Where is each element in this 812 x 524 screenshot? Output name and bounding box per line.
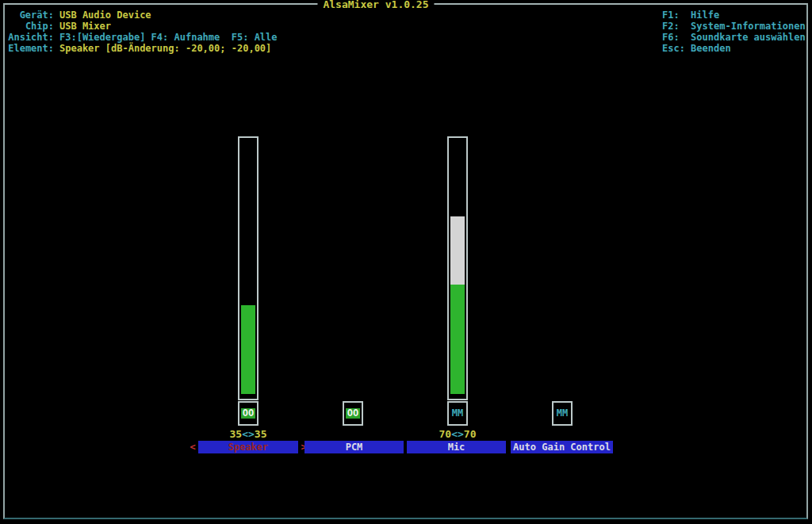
mic-mute-indicator[interactable]: MM <box>447 401 468 426</box>
control-label-speaker[interactable]: Speaker <box>198 441 298 453</box>
info-row: Chip:USB Mixer <box>8 21 278 32</box>
speaker-bar-green-segment <box>241 305 255 394</box>
mic-mute-status-text: MM <box>452 408 463 419</box>
alsamixer-terminal: AlsaMixer v1.0.25 Gerät:USB Audio Device… <box>0 0 812 524</box>
speaker-volume-value: 35<>35 <box>201 429 296 440</box>
info-label: Ansicht: <box>8 32 54 43</box>
device-info-panel: Gerät:USB Audio DeviceChip:USB MixerAnsi… <box>8 10 278 54</box>
agc-mute-indicator[interactable]: MM <box>552 401 573 426</box>
help-item-esc: Esc: Beenden <box>662 43 806 54</box>
pcm-mute-indicator[interactable]: OO <box>343 401 363 426</box>
info-value: USB Mixer <box>59 21 111 32</box>
info-row: Ansicht:F3:[Wiedergabe] F4: Aufnahme F5:… <box>8 32 278 43</box>
info-label: Chip: <box>8 21 54 32</box>
speaker-volume-bar[interactable] <box>238 136 259 400</box>
help-item-f1: F1: Hilfe <box>662 10 806 21</box>
info-value: F3:[Wiedergabe] F4: Aufnahme F5: Alle <box>59 32 278 43</box>
info-label: Gerät: <box>8 10 54 21</box>
speaker-mute-indicator[interactable]: OO <box>238 401 259 426</box>
mic-bar-white-segment <box>450 216 465 285</box>
info-value: Speaker [dB-Änderung: -20,00; -20,00] <box>59 43 271 54</box>
control-label-agc[interactable]: Auto Gain Control <box>511 441 613 453</box>
help-item-f2: F2: System-Informationen <box>662 21 806 32</box>
info-row: Element:Speaker [dB-Änderung: -20,00; -2… <box>8 43 278 54</box>
info-label: Element: <box>8 43 54 54</box>
info-value: USB Audio Device <box>59 10 151 21</box>
mic-bar-green-segment <box>450 285 465 394</box>
agc-mute-status-text: MM <box>557 408 568 419</box>
help-menu: F1: HilfeF2: System-InformationenF6: Sou… <box>662 10 806 54</box>
help-item-f6: F6: Soundkarte auswählen <box>662 32 806 43</box>
control-label-pcm[interactable]: PCM <box>304 441 404 453</box>
pcm-mute-status-text: OO <box>346 408 360 419</box>
mic-volume-bar[interactable] <box>447 136 468 400</box>
mixer-window-border <box>3 3 808 519</box>
speaker-mute-status-text: OO <box>241 408 255 419</box>
window-title: AlsaMixer v1.0.25 <box>317 0 434 10</box>
info-row: Gerät:USB Audio Device <box>8 10 278 21</box>
mic-volume-value: 70<>70 <box>410 429 505 440</box>
control-label-mic[interactable]: Mic <box>407 441 506 453</box>
selected-left-arrow: < <box>189 441 197 453</box>
